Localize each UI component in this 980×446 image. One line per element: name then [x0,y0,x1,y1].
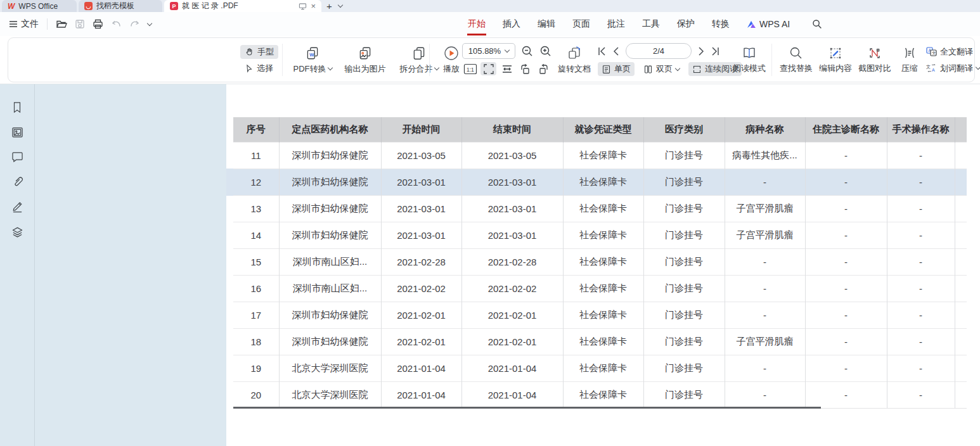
save-icon[interactable] [75,19,85,29]
file-menu-button[interactable]: 文件 [9,18,39,30]
zoom-in-icon[interactable] [539,45,552,58]
compress-button[interactable]: 压缩 [894,38,925,82]
table-cell-partial [955,169,967,195]
table-cell: - [805,169,887,195]
menu-item-comment[interactable]: 批注 [607,12,625,36]
table-row[interactable]: 19北京大学深圳医院2021-01-042021-01-04社会保障卡门诊挂号-… [233,355,967,381]
edit-content-button[interactable]: 编辑内容 [816,38,855,82]
hand-tool-button[interactable]: 手型 [240,45,278,59]
next-page-icon[interactable] [699,47,704,56]
table-cell-partial [955,381,967,408]
qat-chevron-icon[interactable] [147,20,152,25]
tab-wps-home[interactable]: W WPS Office [2,0,77,12]
table-cell: 社会保障卡 [563,195,643,222]
edit-content-icon [828,46,842,60]
table-cell: 门诊挂号 [643,328,725,355]
table-row[interactable]: 11深圳市妇幼保健院2021-03-052021-03-05社会保障卡门诊挂号病… [233,142,967,169]
screenshot-compare-button[interactable]: 截图对比 [855,38,894,82]
menu-item-home[interactable]: 开始 [468,12,486,36]
table-cell: 门诊挂号 [643,142,725,169]
first-page-icon[interactable] [598,47,606,56]
open-folder-icon[interactable] [56,19,67,29]
new-tab-button[interactable]: + [326,1,332,11]
full-translate-button[interactable]: A文 全文翻译 [926,46,980,58]
tab-list-chevron-icon[interactable] [338,3,343,8]
continuous-reading-icon [692,65,702,74]
table-cell: 社会保障卡 [563,355,643,381]
sidebar-item-attachments[interactable] [11,175,23,188]
menu-item-protect[interactable]: 保护 [677,12,695,36]
rotate-document-button[interactable]: 旋转文档 [555,38,594,82]
monitor-icon[interactable] [299,3,307,10]
table-cell: 深圳市南山区妇... [279,275,381,302]
table-cell: 深圳市妇幼保健院 [279,328,381,355]
fit-width-button[interactable] [499,62,515,75]
page-indicator-input[interactable]: 2/4 [626,43,692,59]
sidebar-item-thumbnails[interactable] [11,127,23,138]
wps-ai-button[interactable]: WPS AI [747,19,790,29]
menu-item-edit[interactable]: 编辑 [538,12,555,36]
menu-item-tools[interactable]: 工具 [642,12,660,36]
previous-page-icon[interactable] [613,47,619,56]
sidebar-item-bookmarks[interactable] [11,101,23,113]
table-row[interactable]: 16深圳市南山区妇...2021-02-022021-02-02社会保障卡门诊挂… [233,275,967,302]
pdf-convert-button[interactable]: W PDF转换 [287,38,338,82]
last-page-icon[interactable] [711,47,719,56]
table-cell: 深圳市妇幼保健院 [279,169,381,195]
table-row[interactable]: 18深圳市妇幼保健院2021-02-012021-02-01社会保障卡门诊挂号子… [233,328,967,355]
hand-tool-label: 手型 [257,46,274,58]
table-header-cell: 结束时间 [461,117,563,142]
table-row[interactable]: 13深圳市妇幼保健院2021-03-012021-03-01社会保障卡门诊挂号子… [233,195,967,222]
sidebar-item-layers[interactable] [11,226,23,238]
tab-pdf-document[interactable]: P 就 医 记 录 .PDF × [164,0,321,12]
table-cell: 2021-03-01 [461,222,563,248]
menu-search-icon[interactable] [812,19,822,29]
table-cell-partial [955,248,967,275]
table-header-cell: 序号 [233,117,279,142]
zoom-level-dropdown[interactable]: 105.88% [462,43,515,59]
sidebar-item-signature[interactable] [11,201,23,213]
table-cell: 2021-02-01 [461,328,563,355]
rotate-right-button[interactable] [536,62,551,75]
double-page-button[interactable]: 双页 [640,62,683,76]
table-cell: 17 [233,302,279,328]
table-cell: 社会保障卡 [563,381,643,408]
zoom-out-icon[interactable] [521,45,534,58]
file-menu-label: 文件 [21,18,39,30]
document-body: 序号定点医药机构名称开始时间结束时间就诊凭证类型医疗类别病种名称住院主诊断名称手… [0,84,980,446]
close-icon[interactable]: × [311,1,316,11]
rotate-left-button[interactable] [517,62,533,75]
table-cell: - [805,355,887,381]
sidebar-item-comments[interactable] [11,151,23,162]
read-mode-button[interactable]: 阅读模式 [728,38,770,82]
zoom-level-value: 105.88% [468,46,501,56]
find-replace-button[interactable]: 查找替换 [777,38,816,82]
single-page-button[interactable]: 单页 [598,62,635,76]
table-cell: 门诊挂号 [643,169,725,195]
menu-item-convert[interactable]: 转换 [712,12,730,36]
table-row[interactable]: 14深圳市妇幼保健院2021-03-012021-03-01社会保障卡门诊挂号子… [233,222,967,248]
table-cell: - [725,275,805,302]
table-row[interactable]: 17深圳市妇幼保健院2021-02-012021-02-01社会保障卡门诊挂号-… [233,302,967,328]
table-cell: 2021-01-04 [381,381,461,408]
menu-item-page[interactable]: 页面 [572,12,590,36]
fit-page-button[interactable] [480,62,496,75]
actual-size-button[interactable]: 1:1 [462,62,478,75]
undo-icon[interactable] [111,20,122,29]
print-icon[interactable] [93,19,103,29]
select-tool-button[interactable]: 选择 [240,61,278,75]
export-image-button[interactable]: 输出为图片 [338,38,392,82]
menu-bar: 文件 开始 插入 编辑 页面 批注 工具 保护 转换 WPS AI [0,12,980,36]
quick-action-toolbar [56,19,152,29]
menu-item-insert[interactable]: 插入 [503,12,520,36]
table-row[interactable]: 15深圳市南山区妇...2021-02-282021-02-28社会保障卡门诊挂… [233,248,967,275]
tab-docer-templates[interactable]: ◡ 找稻壳模板 [79,0,162,12]
table-cell: 2021-02-28 [461,248,563,275]
redo-icon[interactable] [129,20,140,29]
word-translate-button[interactable]: 文A 划词翻译 [926,63,980,74]
medical-records-table: 序号定点医药机构名称开始时间结束时间就诊凭证类型医疗类别病种名称住院主诊断名称手… [233,117,967,409]
table-cell: 社会保障卡 [563,328,643,355]
table-row[interactable]: 12深圳市妇幼保健院2021-03-012021-03-01社会保障卡门诊挂号-… [233,169,967,195]
sidebar-panel [35,84,226,446]
table-row[interactable]: 20北京大学深圳医院2021-01-042021-01-04社会保障卡门诊挂号-… [233,381,967,408]
